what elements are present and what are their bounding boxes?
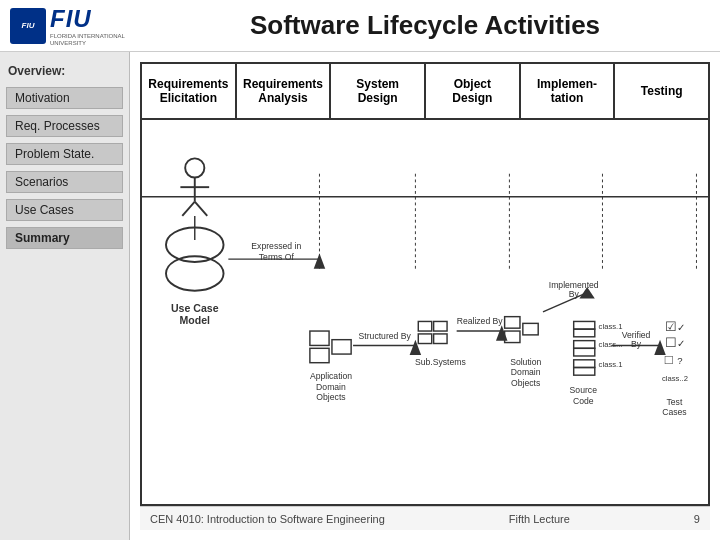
verified-label: Verified [622, 330, 651, 340]
phase-row: RequirementsElicitation RequirementsAnal… [142, 64, 708, 120]
sol-domain-label3: Objects [511, 378, 540, 388]
check-icon1: ☑ [665, 319, 677, 334]
check-mark2: ✓ [677, 338, 685, 349]
test-cases-label1: Test [667, 397, 683, 407]
overview-label: Overview: [0, 62, 129, 82]
phase-system-design: SystemDesign [331, 64, 426, 118]
subsys-box3 [434, 321, 447, 331]
sol-domain-box3 [523, 323, 538, 335]
impl-label1: Implemented [549, 280, 599, 290]
source-class-body1 [574, 329, 595, 337]
phase-testing: Testing [615, 64, 708, 118]
sidebar-item-use-cases[interactable]: Use Cases [6, 199, 123, 221]
app-domain-label2: Domain [316, 382, 346, 392]
app-domain-box2 [310, 348, 329, 362]
source-class-header3 [574, 360, 595, 368]
impl-label2: By [569, 289, 580, 299]
logo-subtitle: FLORIDA INTERNATIONALUNIVERSITY [50, 33, 125, 46]
box-icon: □ [665, 352, 673, 367]
svg-line-3 [182, 202, 194, 216]
person-icon [180, 158, 209, 216]
source-class-body2 [574, 348, 595, 356]
page-title: Software Lifecycle Activities [140, 10, 710, 41]
logo-area: FIU FIU FLORIDA INTERNATIONALUNIVERSITY [10, 5, 140, 46]
expressed-label1: Expressed in [251, 242, 301, 252]
app-domain-label3: Objects [316, 392, 345, 402]
sidebar-item-req-processes[interactable]: Req. Processes [6, 115, 123, 137]
source-class-body3 [574, 367, 595, 375]
check-mark1: ✓ [677, 322, 685, 333]
phase-requirements-analysis: RequirementsAnalysis [237, 64, 332, 118]
sidebar-item-scenarios[interactable]: Scenarios [6, 171, 123, 193]
source-class-header2 [574, 341, 595, 349]
verified-label2: By [631, 339, 642, 349]
page-number: 9 [694, 513, 700, 525]
app-domain-box3 [332, 340, 351, 354]
header: FIU FIU FLORIDA INTERNATIONALUNIVERSITY … [0, 0, 720, 52]
expressed-label2: Terms Of [259, 252, 295, 262]
app-domain-box1 [310, 331, 329, 345]
svg-line-4 [195, 202, 207, 216]
sol-domain-box2 [505, 331, 520, 343]
test-cases-label2: Cases [662, 407, 686, 417]
subsystems-label: Sub.Systems [415, 357, 466, 367]
main-layout: Overview: Motivation Req. Processes Prob… [0, 52, 720, 540]
sol-domain-label2: Domain [511, 367, 541, 377]
sidebar-item-motivation[interactable]: Motivation [6, 87, 123, 109]
logo-text: FIU [50, 5, 125, 33]
class1-label: class.1 [599, 322, 623, 331]
sidebar: Overview: Motivation Req. Processes Prob… [0, 52, 130, 540]
diagram: RequirementsElicitation RequirementsAnal… [140, 62, 710, 506]
source-code-label: Source [570, 385, 598, 395]
app-domain-label1: Application [310, 371, 352, 381]
structured-label: Structured By [359, 331, 412, 341]
use-case-model-label: Use Case [171, 302, 219, 314]
sol-domain-label1: Solution [510, 357, 541, 367]
source-code-label2: Code [573, 396, 594, 406]
content-area: RequirementsElicitation RequirementsAnal… [130, 52, 720, 540]
class3-label: class.1 [599, 360, 623, 369]
diagram-svg: Use Case Model Expressed in Terms Of App… [142, 120, 708, 494]
use-case-model-label2: Model [180, 314, 211, 326]
sol-domain-box1 [505, 317, 520, 329]
course-label: CEN 4010: Introduction to Software Engin… [150, 513, 385, 525]
sidebar-item-problem-state[interactable]: Problem State. [6, 143, 123, 165]
subsys-box1 [418, 321, 431, 331]
structured-arrowhead [410, 340, 422, 355]
phase-requirements-elicitation: RequirementsElicitation [142, 64, 237, 118]
diagram-body: Use Case Model Expressed in Terms Of App… [142, 120, 708, 498]
lecture-label: Fifth Lecture [509, 513, 570, 525]
svg-point-0 [185, 158, 204, 177]
phase-object-design: ObjectDesign [426, 64, 521, 118]
source-class-header1 [574, 321, 595, 329]
realized-label: Realized By [457, 316, 504, 326]
subsys-box2 [418, 334, 431, 344]
class2-bottom-label: class..2 [662, 374, 688, 383]
check-icon2: ☐ [665, 335, 677, 350]
phase-implementation: Implemen-tation [521, 64, 616, 118]
question-mark: ? [677, 355, 682, 366]
footer: CEN 4010: Introduction to Software Engin… [140, 506, 710, 530]
sidebar-item-summary[interactable]: Summary [6, 227, 123, 249]
impl-line [543, 293, 587, 312]
subsys-box4 [434, 334, 447, 344]
